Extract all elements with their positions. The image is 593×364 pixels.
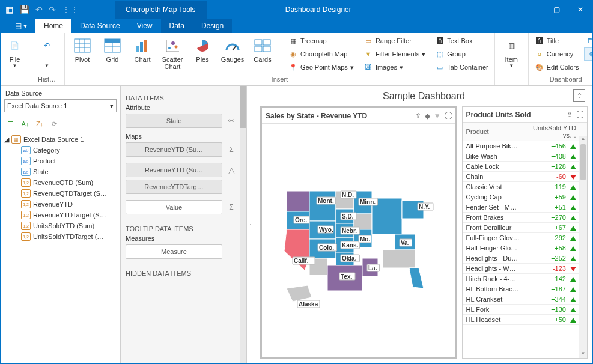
- pies-button[interactable]: Pies: [189, 34, 216, 63]
- group-button[interactable]: ⬚Group: [433, 47, 491, 61]
- tree-field[interactable]: ab Category: [4, 145, 117, 156]
- text-box-button[interactable]: 🅰Text Box: [433, 34, 491, 47]
- map-value-1[interactable]: RevenueYTD (Su…: [126, 142, 222, 157]
- tree-field[interactable]: 1,2 RevenueQTD (Sum): [4, 177, 117, 188]
- filter-elements-button[interactable]: ▼Filter Elements ▾: [361, 47, 428, 61]
- tab-data[interactable]: Data: [161, 19, 193, 33]
- table-row[interactable]: All-Purpose Bik…+456: [463, 141, 587, 151]
- col-units[interactable]: UnitsSold YTD vs…: [523, 123, 587, 141]
- undo-icon[interactable]: ↶: [35, 5, 43, 14]
- choropleth-button[interactable]: ◉Choropleth Map: [286, 47, 356, 61]
- minimize-button[interactable]: —: [520, 1, 544, 19]
- table-row[interactable]: Full-Finger Glov…+292: [463, 233, 587, 243]
- tree-field[interactable]: 1,2 UnitsSoldYTD (Sum): [4, 220, 117, 231]
- col-product[interactable]: Product: [463, 123, 523, 141]
- sort-asc-icon[interactable]: A↓: [20, 118, 31, 129]
- tree-field[interactable]: 1,2 UnitsSoldYTDTarget (…: [4, 231, 117, 242]
- map-item[interactable]: Sales by State - Revenue YTD ⇪ ◆ ▼ ⛶: [260, 106, 457, 359]
- cards-button[interactable]: Cards: [249, 34, 276, 63]
- table-row[interactable]: Chain-60: [463, 172, 587, 182]
- map-target[interactable]: RevenueYTDTarg…: [126, 180, 222, 194]
- table-row[interactable]: Front Derailleur+67: [463, 223, 587, 233]
- chart-button[interactable]: Chart: [129, 34, 156, 63]
- table-row[interactable]: Cable Lock+128: [463, 162, 587, 172]
- map-value-2[interactable]: RevenueYTD (Su…: [126, 163, 222, 177]
- auto-colors-button[interactable]: ⚙: [584, 47, 593, 61]
- map-viewport[interactable]: Mont.N.D.Minn.Ore.Wyo.S.D.Nebr.Colo.Kans…: [262, 124, 455, 357]
- value-placeholder[interactable]: Value: [126, 200, 222, 214]
- table-row[interactable]: Bike Wash+408: [463, 151, 587, 162]
- table-row[interactable]: Classic Vest+119: [463, 182, 587, 192]
- treemap-button[interactable]: ▦Treemap: [286, 34, 356, 47]
- gauges-button[interactable]: Gauges: [219, 34, 246, 63]
- data-source-panel: Data Source Excel Data Source 1▾ ☰ A↓ Z↓…: [1, 86, 121, 363]
- table-row[interactable]: Half-Finger Glo…+58: [463, 243, 587, 253]
- table-row[interactable]: HL Crankset+344: [463, 294, 587, 305]
- svg-rect-10: [140, 42, 143, 52]
- range-filter-button[interactable]: ▭Range Filter: [361, 34, 428, 47]
- edit-colors-button[interactable]: 🎨Edit Colors: [532, 61, 582, 74]
- grid-scrollbar[interactable]: ▲ ▼: [579, 136, 587, 358]
- sigma-icon[interactable]: Σ: [225, 200, 238, 214]
- sigma-icon[interactable]: Σ: [225, 142, 238, 157]
- tab-container-button[interactable]: ▭Tab Container: [433, 61, 491, 74]
- export-icon[interactable]: ⇪: [415, 112, 421, 120]
- tree-field[interactable]: 1,2 RevenueYTDTarget (S…: [4, 210, 117, 220]
- close-button[interactable]: ✕: [568, 1, 592, 19]
- tab-data-source[interactable]: Data Source: [71, 19, 129, 33]
- geo-point-button[interactable]: 📍Geo Point Maps ▾: [286, 61, 356, 74]
- tree-field[interactable]: 1,2 RevenueQTDTarget (S…: [4, 188, 117, 199]
- tree-field[interactable]: 1,2 RevenueYTD: [4, 199, 117, 210]
- grid-button[interactable]: Grid: [99, 34, 126, 63]
- tab-view[interactable]: View: [129, 19, 161, 33]
- layers-icon[interactable]: ◆: [425, 112, 430, 120]
- file-button[interactable]: 📄File▼: [4, 34, 25, 68]
- options-icon[interactable]: ⚯: [225, 114, 238, 128]
- refresh-icon[interactable]: ⟳: [49, 118, 59, 129]
- parameters-button[interactable]: 🗔: [584, 34, 593, 47]
- maximize-icon[interactable]: ⛶: [576, 111, 583, 119]
- undo-split-button[interactable]: ↶ ▼: [33, 34, 61, 68]
- currency-button[interactable]: ¤Currency: [532, 47, 582, 61]
- app-menu-button[interactable]: ▤ ▾: [7, 19, 35, 33]
- title-button[interactable]: 🅰Title: [532, 34, 582, 47]
- redo-icon[interactable]: ↷: [49, 5, 56, 14]
- panel-grip[interactable]: ⋮: [247, 222, 254, 228]
- grid-item[interactable]: Product Units Sold ⇪ ⛶ Product UnitsSold…: [462, 106, 588, 359]
- sort-desc-icon[interactable]: Z↓: [34, 118, 45, 129]
- funnel-icon: ▼: [363, 49, 373, 59]
- attribute-field[interactable]: State: [126, 114, 222, 128]
- scatter-chart-button[interactable]: Scatter Chart: [159, 34, 186, 70]
- table-row[interactable]: Hitch Rack - 4-…+142: [463, 274, 587, 284]
- measure-placeholder[interactable]: Measure: [126, 244, 222, 259]
- table-row[interactable]: HL Fork+130: [463, 305, 587, 315]
- pivot-button[interactable]: Pivot: [68, 34, 96, 63]
- tree-field[interactable]: ab State: [4, 166, 117, 177]
- table-row[interactable]: Headlights - Du…+252: [463, 253, 587, 264]
- table-row[interactable]: Cycling Cap+59: [463, 192, 587, 202]
- data-source-combo[interactable]: Excel Data Source 1▾: [4, 99, 117, 112]
- qat-more-icon[interactable]: ⋮⋮: [62, 5, 79, 14]
- tree-root[interactable]: ◢ ▦ Excel Data Source 1: [4, 134, 117, 145]
- group-fields-icon[interactable]: ☰: [5, 118, 16, 129]
- tab-container-icon: ▭: [435, 62, 445, 72]
- table-row[interactable]: HL Headset+50: [463, 315, 587, 325]
- tree-field[interactable]: ab Product: [4, 156, 117, 166]
- tab-home[interactable]: Home: [35, 19, 71, 33]
- table-row[interactable]: HL Bottom Brac…+187: [463, 284, 587, 294]
- item-button[interactable]: ▥Item▼: [499, 34, 525, 68]
- table-row[interactable]: Front Brakes+270: [463, 213, 587, 223]
- maximize-button[interactable]: ▢: [544, 1, 568, 19]
- filter-icon[interactable]: ▼: [434, 112, 441, 120]
- export-icon[interactable]: ⇪: [567, 111, 573, 119]
- images-button[interactable]: 🖼Images ▾: [361, 61, 428, 74]
- scrollbar[interactable]: [240, 86, 246, 363]
- maximize-icon[interactable]: ⛶: [445, 112, 452, 120]
- table-row[interactable]: Fender Set - M…+51: [463, 202, 587, 213]
- table-row[interactable]: Headlights - W…-123: [463, 264, 587, 274]
- delta-icon[interactable]: △: [225, 163, 238, 177]
- save-icon[interactable]: 💾: [19, 5, 29, 14]
- tab-design[interactable]: Design: [193, 19, 232, 33]
- export-button[interactable]: ⇪: [573, 89, 585, 102]
- svg-rect-20: [255, 46, 262, 52]
